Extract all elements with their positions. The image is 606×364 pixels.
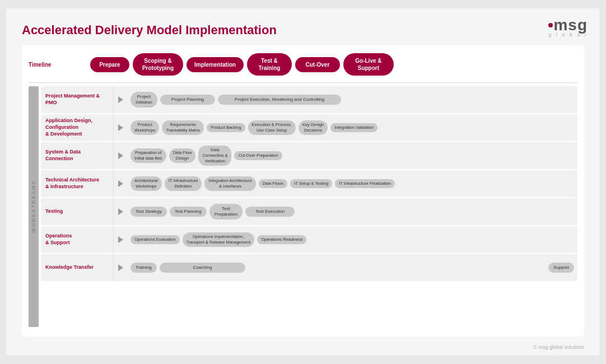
task-coaching: Coaching (160, 263, 246, 273)
ws-name-app: Application Design,Configuration& Develo… (41, 114, 114, 141)
ws-tasks-app: ProductWorkshops RequirementsTraceabilit… (127, 114, 577, 141)
ws-row-app: Application Design,Configuration& Develo… (41, 114, 577, 141)
task-test-strategy: Test Strategy (130, 207, 167, 217)
slide: msg g l o b a l Accelerated Delivery Mod… (6, 8, 600, 356)
task-arch-workshops: ArchitecturalWorkshops (130, 176, 162, 191)
timeline-phases: Prepare Scoping &Prototyping Implementat… (90, 53, 394, 76)
ws-tasks-ops: Operations Evaluation Operations Impleme… (127, 226, 577, 253)
timeline-label: Timeline (29, 62, 90, 68)
task-support: Support (548, 263, 574, 273)
ws-tasks-pm: ProjectInitiation Project Planning Proje… (127, 86, 577, 113)
ws-arrow-kt (115, 254, 125, 281)
ws-arrow-sysdata (115, 142, 125, 169)
task-it-infra-def: IT InfrastructureDefinition (165, 176, 202, 191)
workstreams-area: WORKSTREAMS Project Management &PMO Proj… (29, 86, 577, 327)
task-product-backlog: Product Backlog (207, 123, 245, 132)
task-integration-validation: Integration Validation (330, 123, 377, 132)
ws-row-pm: Project Management &PMO ProjectInitiatio… (41, 86, 577, 113)
task-cutover-prep: Cut-Over Preparation (234, 151, 282, 160)
logo-dot (548, 23, 553, 27)
ws-row-testing: Testing Test Strategy Test Planning Test… (41, 198, 577, 225)
logo-sub: g l o b a l (548, 32, 588, 38)
ws-name-testing: Testing (41, 198, 114, 225)
ws-arrow-app (115, 114, 125, 141)
phase-scoping[interactable]: Scoping &Prototyping (133, 53, 183, 76)
task-test-execution: Test Execution (245, 207, 295, 217)
task-req-matrix: RequirementsTraceability Matrix (162, 120, 204, 135)
ws-arrow-testing (115, 198, 125, 225)
logo: msg g l o b a l (548, 16, 588, 38)
workstream-rows: Project Management &PMO ProjectInitiatio… (41, 86, 577, 327)
ws-arrow-tech (115, 170, 125, 197)
task-test-planning: Test Planning (170, 207, 207, 217)
workstreams-label: WORKSTREAMS (29, 86, 39, 327)
task-product-workshops: ProductWorkshops (130, 120, 159, 135)
task-integration-arch: Integration Architecture& Interfaces (204, 176, 255, 191)
task-project-execution: Project Execution, Monitoring and Contro… (218, 95, 341, 105)
task-execution-process: Execution & Process,Use Case Setup (248, 120, 296, 135)
task-ops-eval: Operations Evaluation (130, 235, 180, 244)
task-key-design: Key DesignDecisions (299, 120, 328, 135)
ws-row-ops: Operations& Support Operations Evaluatio… (41, 226, 577, 253)
phase-test-training[interactable]: Test &Training (247, 53, 292, 76)
timeline-row: Timeline Prepare Scoping &Prototyping Im… (29, 51, 577, 78)
ws-name-kt: Knowledge Transfer (41, 254, 114, 281)
phase-implementation[interactable]: Implementation (187, 57, 244, 72)
divider (29, 82, 577, 83)
task-data-flows: Data Flows (259, 179, 288, 188)
phase-golive[interactable]: Go-Live &Support (343, 53, 394, 76)
task-project-initiation: ProjectInitiation (130, 92, 157, 108)
ws-name-sysdata: System & DataConnection (41, 142, 114, 169)
task-data-connection: DataConnection &Verification (198, 146, 231, 165)
footer-copyright: © msg global solutions (533, 344, 584, 350)
ws-tasks-sysdata: Preparation ofInitial data files Data Fl… (127, 142, 577, 169)
phase-cutover[interactable]: Cut-Over (295, 57, 340, 72)
ws-tasks-kt: Training Coaching Support (127, 254, 577, 281)
task-prep-initial: Preparation ofInitial data files (130, 148, 166, 163)
task-test-prep: TestPreparation (209, 204, 243, 220)
task-ops-impl: Operations Implementation,Transport & Re… (183, 232, 254, 247)
task-project-planning: Project Planning (160, 95, 215, 105)
ws-name-ops: Operations& Support (41, 226, 114, 253)
main-title: Accelerated Delivery Model Implementatio… (22, 23, 584, 38)
phase-prepare[interactable]: Prepare (90, 57, 129, 72)
content-area: Timeline Prepare Scoping &Prototyping Im… (22, 45, 584, 337)
task-training: Training (130, 263, 157, 273)
task-data-flow: Data FlowDesign (169, 148, 196, 163)
ws-name-tech: Technical Architecture& Infrastructure (41, 170, 114, 197)
ws-arrow-ops (115, 226, 125, 253)
ws-row-tech: Technical Architecture& Infrastructure A… (41, 170, 577, 197)
task-ops-readiness: Operations Readiness (257, 235, 306, 244)
ws-row-sysdata: System & DataConnection Preparation ofIn… (41, 142, 577, 169)
ws-name-pm: Project Management &PMO (41, 86, 114, 113)
ws-tasks-tech: ArchitecturalWorkshops IT Infrastructure… (127, 170, 577, 197)
ws-tasks-testing: Test Strategy Test Planning TestPreparat… (127, 198, 577, 225)
task-it-finalization: IT Infrastructure Finalization (335, 179, 395, 188)
ws-arrow-pm (115, 86, 125, 113)
task-it-setup: IT Setup & Testing (290, 179, 332, 188)
ws-row-kt: Knowledge Transfer Training Coaching Sup… (41, 254, 577, 281)
